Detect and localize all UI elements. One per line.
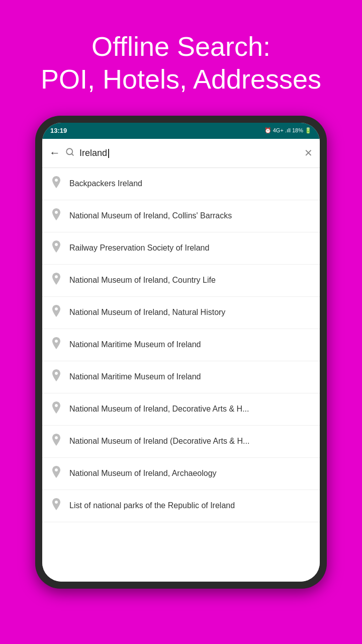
result-item-text: National Maritime Museum of Ireland <box>69 340 201 350</box>
back-button[interactable]: ← <box>49 146 60 159</box>
location-pin-icon <box>50 401 62 417</box>
location-pin-icon <box>50 208 62 223</box>
location-pin-icon <box>50 434 62 449</box>
list-item[interactable]: National Maritime Museum of Ireland <box>42 329 320 361</box>
result-item-text: National Museum of Ireland, Country Life <box>69 275 216 286</box>
list-item[interactable]: National Museum of Ireland (Decorative A… <box>42 426 320 458</box>
result-item-text: National Museum of Ireland, Decorative A… <box>69 404 249 415</box>
list-item[interactable]: Backpackers Ireland <box>42 168 320 200</box>
list-item[interactable]: National Museum of Ireland, Decorative A… <box>42 393 320 426</box>
location-pin-icon <box>50 273 62 288</box>
result-item-text: Backpackers Ireland <box>69 179 142 189</box>
result-item-text: National Museum of Ireland (Decorative A… <box>69 436 249 447</box>
status-icons: ⏰ 4G+ .ıll 18% 🔋 <box>264 127 312 134</box>
location-pin-icon <box>50 240 62 256</box>
search-icon <box>65 147 74 159</box>
search-input[interactable]: Ireland <box>79 148 299 158</box>
location-pin-icon <box>50 498 62 513</box>
list-item[interactable]: National Museum of Ireland, Collins' Bar… <box>42 200 320 232</box>
clear-button[interactable]: ✕ <box>304 147 313 159</box>
location-pin-icon <box>50 176 62 191</box>
location-pin-icon <box>50 305 62 320</box>
result-item-text: National Museum of Ireland, Collins' Bar… <box>69 211 232 221</box>
result-item-text: List of national parks of the Republic o… <box>69 501 235 511</box>
phone-screen: 13:19 ⏰ 4G+ .ıll 18% 🔋 ← Ireland ✕ <box>42 123 320 582</box>
status-time: 13:19 <box>50 127 67 134</box>
list-item[interactable]: National Museum of Ireland, Country Life <box>42 265 320 297</box>
page-header-title: Offline Search: POI, Hotels, Addresses <box>21 0 341 116</box>
svg-line-1 <box>71 153 73 155</box>
list-item[interactable]: National Museum of Ireland, Archaeology <box>42 458 320 490</box>
list-item[interactable]: List of national parks of the Republic o… <box>42 490 320 522</box>
location-pin-icon <box>50 369 62 384</box>
search-bar[interactable]: ← Ireland ✕ <box>42 139 320 168</box>
phone-frame: 13:19 ⏰ 4G+ .ıll 18% 🔋 ← Ireland ✕ <box>35 116 327 589</box>
result-item-text: National Maritime Museum of Ireland <box>69 372 201 382</box>
location-pin-icon <box>50 337 62 352</box>
location-pin-icon <box>50 466 62 481</box>
result-item-text: Railway Preservation Society of Ireland <box>69 243 209 254</box>
result-item-text: National Museum of Ireland, Archaeology <box>69 468 217 479</box>
list-item[interactable]: National Museum of Ireland, Natural Hist… <box>42 297 320 329</box>
result-item-text: National Museum of Ireland, Natural Hist… <box>69 307 225 318</box>
list-item[interactable]: Railway Preservation Society of Ireland <box>42 232 320 265</box>
list-item[interactable]: National Maritime Museum of Ireland <box>42 361 320 393</box>
search-results-list: Backpackers Ireland National Museum of I… <box>42 168 320 582</box>
status-bar: 13:19 ⏰ 4G+ .ıll 18% 🔋 <box>42 123 320 139</box>
